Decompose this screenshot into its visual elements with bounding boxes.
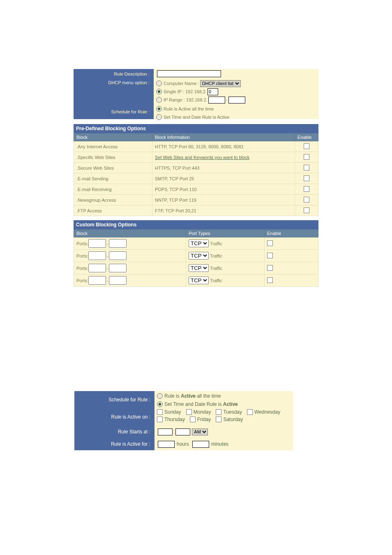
port-from-input-0[interactable] (88, 239, 106, 248)
ip-range-label: IP Range : 192.168.2. (164, 97, 208, 102)
computer-name-select[interactable]: DHCP client list (200, 80, 241, 87)
table-row: .Newsgroup AccessNNTP, TCP Port 119 (74, 195, 318, 205)
day-tuesday-checkbox[interactable] (216, 409, 221, 415)
enable-checkbox-4[interactable] (304, 186, 309, 192)
port-type-select-1[interactable]: TCP (189, 252, 209, 260)
rule-set-time-label: Set Time and Date Rule is Active (164, 115, 229, 120)
day-wednesday-checkbox[interactable] (247, 409, 253, 415)
single-ip-radio[interactable] (156, 89, 162, 94)
port-from-input-3[interactable] (88, 276, 106, 285)
table-row: Ports:- TCPTraffic (74, 250, 318, 262)
custom-blocking-panel: Custom Blocking Options Block Port Types… (74, 220, 318, 287)
custom-enable-checkbox-2[interactable] (267, 265, 273, 271)
schedule-settings-panel: Schedule for Rule : Rule is Active all t… (74, 391, 293, 450)
predef-hdr-block: Block (74, 134, 152, 141)
port-from-input-1[interactable] (88, 251, 106, 260)
table-row: .FTP AccessFTP, TCP Port 20,21 (74, 205, 318, 216)
table-row: Ports:- TCPTraffic (74, 262, 318, 274)
rule-description-label: Rule Description : (74, 69, 154, 78)
rule-set-time-radio[interactable] (156, 114, 162, 120)
custom-hdr-block: Block (74, 230, 186, 237)
predefined-blocking-panel: Pre-Defined Blocking Options Block Block… (74, 124, 318, 216)
specific-web-sites-link[interactable]: Set Web Sites and Keywords you want to b… (155, 155, 249, 160)
schedule-for-rule-label-2: Schedule for Rule : (74, 391, 154, 408)
rule-active-always-radio[interactable] (156, 106, 162, 112)
single-ip-label: Single IP : 192.168.2. (164, 89, 207, 94)
ampm-select[interactable]: AM (192, 428, 208, 435)
day-thursday-checkbox[interactable] (157, 417, 163, 422)
single-ip-input[interactable] (208, 88, 218, 95)
ip-range-to-input[interactable] (228, 97, 245, 104)
custom-enable-checkbox-3[interactable] (267, 277, 273, 283)
active-minutes-input[interactable] (192, 441, 209, 448)
rule-settings-panel: Rule Description : DHCP menu option : Co… (74, 69, 318, 119)
ip-range-separator: - (226, 97, 228, 102)
enable-checkbox-5[interactable] (304, 197, 309, 203)
ip-range-radio[interactable] (156, 97, 162, 103)
day-friday-checkbox[interactable] (190, 417, 196, 422)
table-row: Ports:- TCPTraffic (74, 274, 318, 287)
custom-enable-checkbox-0[interactable] (267, 240, 273, 246)
enable-checkbox-2[interactable] (304, 165, 309, 170)
port-to-input-2[interactable] (109, 264, 127, 272)
rule-active-on-label: Rule is Active on : (74, 408, 154, 426)
enable-checkbox-1[interactable] (304, 154, 309, 160)
predefined-blocking-title: Pre-Defined Blocking Options (74, 124, 318, 133)
table-row: .Specific Web SitesSet Web Sites and Key… (74, 152, 318, 163)
ip-range-from-input[interactable] (208, 97, 225, 104)
rule-active-for-label: Rule is Active for : (74, 438, 154, 450)
enable-checkbox-6[interactable] (304, 207, 309, 213)
table-row: .E-mail SendingSMTP, TCP Port 25 (74, 173, 318, 184)
predefined-blocking-table: Block Block Information Enable .Any Inte… (74, 133, 318, 216)
table-row: .Secure Web SitesHTTPS, TCP Port 443 (74, 163, 318, 173)
custom-blocking-title: Custom Blocking Options (74, 220, 318, 229)
schedule-for-rule-label: Schedule for Rule : (74, 104, 154, 119)
table-row: .Any Internet AccessHTTP, TCP Port 80, 3… (74, 141, 318, 152)
table-row: Ports:- TCPTraffic (74, 237, 318, 250)
day-saturday-checkbox[interactable] (216, 417, 221, 422)
table-row: .E-mail ReceivingPOP3, TCP Port 110 (74, 184, 318, 195)
custom-hdr-types: Port Types (186, 230, 265, 237)
port-type-select-0[interactable]: TCP (189, 240, 209, 247)
port-type-select-2[interactable]: TCP (189, 264, 209, 272)
predef-hdr-info: Block Information (152, 134, 295, 141)
port-to-input-3[interactable] (109, 276, 127, 285)
custom-blocking-table: Block Port Types Enable Ports:- TCPTraff… (74, 229, 318, 287)
rule-set-time-radio-2[interactable] (157, 401, 163, 407)
enable-checkbox-0[interactable] (304, 143, 309, 149)
port-to-input-1[interactable] (109, 251, 127, 260)
start-minute-input[interactable] (175, 428, 190, 435)
port-from-input-2[interactable] (88, 264, 106, 272)
custom-enable-checkbox-1[interactable] (267, 253, 273, 258)
custom-hdr-enable: Enable (265, 230, 318, 237)
computer-name-radio[interactable] (156, 81, 162, 86)
port-type-select-3[interactable]: TCP (189, 276, 209, 284)
dhcp-option-label: DHCP menu option : (74, 78, 154, 104)
rule-description-input[interactable] (157, 70, 221, 77)
day-monday-checkbox[interactable] (186, 409, 192, 415)
start-hour-input[interactable] (158, 428, 173, 435)
enable-checkbox-3[interactable] (304, 175, 309, 181)
predef-hdr-enable: Enable (295, 134, 318, 141)
active-hours-input[interactable] (158, 441, 175, 448)
rule-active-always-label: Rule is Active all the time (164, 106, 214, 111)
port-to-input-0[interactable] (109, 239, 127, 248)
rule-starts-at-label: Rule Starts at : (74, 426, 154, 438)
day-sunday-checkbox[interactable] (157, 409, 163, 415)
rule-active-always-radio-2[interactable] (157, 393, 163, 399)
computer-name-label: Computer Name : (164, 81, 199, 86)
